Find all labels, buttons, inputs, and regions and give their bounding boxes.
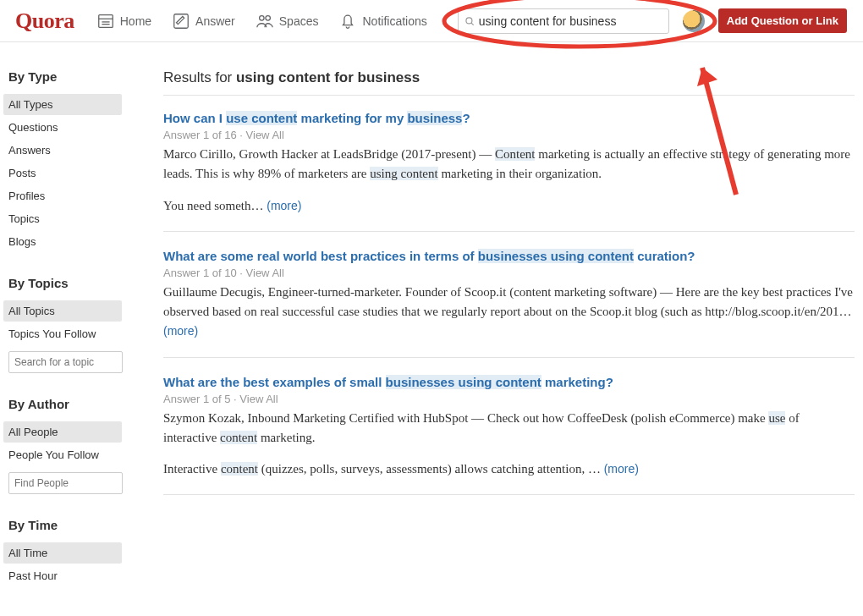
result-body: Marco Cirillo, Growth Hacker at LeadsBri…	[163, 145, 855, 184]
view-all-link[interactable]: View All	[246, 267, 284, 279]
filter-item-all-types[interactable]: All Types	[3, 94, 122, 115]
people-icon	[256, 12, 274, 30]
nav-home[interactable]: Home	[88, 7, 160, 36]
result-meta: Answer 1 of 16 · View All	[163, 129, 855, 141]
add-question-button[interactable]: Add Question or Link	[718, 8, 847, 33]
bell-icon	[338, 12, 357, 30]
nav-spaces-label: Spaces	[279, 14, 319, 28]
people-search-input[interactable]	[8, 472, 123, 494]
filter-by-author: By Author All People People You Follow	[8, 397, 148, 494]
page-body: By Type All Types Questions Answers Post…	[0, 42, 863, 610]
search-result: What are the best examples of small busi…	[163, 373, 855, 496]
filter-item-profiles[interactable]: Profiles	[3, 185, 148, 206]
primary-nav: Home Answer Spaces Notifications	[88, 7, 436, 36]
nav-notifications-label: Notifications	[362, 14, 426, 28]
result-body-continued: You need someth… (more)	[163, 196, 855, 216]
results-query: using content for business	[236, 69, 420, 85]
filter-heading: By Time	[8, 518, 148, 532]
result-title[interactable]: What are the best examples of small busi…	[163, 375, 613, 389]
topic-search-input[interactable]	[8, 351, 123, 373]
filter-item-answers[interactable]: Answers	[3, 140, 148, 161]
logo[interactable]: Quora	[8, 8, 81, 34]
search-box[interactable]	[458, 8, 669, 34]
nav-notifications[interactable]: Notifications	[330, 7, 435, 36]
nav-answer-label: Answer	[195, 14, 235, 28]
header: Quora Home Answer Spaces Notifications A…	[0, 0, 863, 42]
filter-item-all-time[interactable]: All Time	[3, 542, 122, 564]
sidebar: By Type All Types Questions Answers Post…	[8, 69, 148, 610]
home-icon	[96, 12, 115, 30]
search-input[interactable]	[475, 14, 663, 29]
svg-line-8	[471, 23, 474, 25]
result-body: Szymon Kozak, Inbound Marketing Certifie…	[163, 409, 855, 448]
results-panel: Results for using content for business H…	[148, 69, 855, 610]
nav-answer[interactable]: Answer	[163, 7, 244, 36]
result-body-continued: Interactive content (quizzes, polls, sur…	[163, 459, 855, 479]
filter-by-time: By Time All Time Past Hour	[8, 518, 148, 586]
more-link[interactable]: (more)	[163, 324, 198, 338]
divider	[163, 95, 855, 96]
result-meta: Answer 1 of 5 · View All	[163, 393, 855, 405]
filter-item-blogs[interactable]: Blogs	[3, 231, 148, 252]
filter-item-past-hour[interactable]: Past Hour	[3, 565, 148, 586]
filter-by-topics: By Topics All Topics Topics You Follow	[8, 276, 148, 373]
more-link[interactable]: (more)	[267, 199, 301, 212]
filter-item-posts[interactable]: Posts	[3, 162, 148, 184]
filter-item-all-topics[interactable]: All Topics	[3, 300, 122, 322]
search-result: How can I use content marketing for my b…	[163, 109, 855, 232]
result-body: Guillaume Decugis, Engineer-turned-marke…	[163, 283, 855, 342]
filter-by-type: By Type All Types Questions Answers Post…	[8, 69, 148, 252]
results-heading: Results for using content for business	[163, 69, 855, 86]
more-link[interactable]: (more)	[604, 462, 639, 476]
filter-item-all-people[interactable]: All People	[3, 421, 122, 443]
filter-heading: By Type	[8, 69, 148, 84]
svg-point-5	[259, 15, 264, 19]
filter-item-topics[interactable]: Topics	[3, 208, 148, 229]
result-title[interactable]: What are some real world best practices …	[163, 249, 695, 263]
filter-heading: By Topics	[8, 276, 148, 290]
svg-point-7	[466, 17, 472, 23]
filter-heading: By Author	[8, 397, 148, 411]
search-result: What are some real world best practices …	[163, 247, 855, 358]
pencil-icon	[172, 12, 190, 30]
result-meta: Answer 1 of 10 · View All	[163, 267, 855, 279]
result-title[interactable]: How can I use content marketing for my b…	[163, 111, 470, 125]
results-prefix: Results for	[163, 69, 236, 85]
view-all-link[interactable]: View All	[239, 393, 278, 405]
svg-rect-0	[98, 14, 113, 27]
avatar[interactable]	[683, 10, 705, 32]
nav-spaces[interactable]: Spaces	[247, 7, 327, 36]
filter-item-questions[interactable]: Questions	[3, 117, 148, 138]
filter-item-people-follow[interactable]: People You Follow	[3, 444, 148, 465]
filter-item-topics-follow[interactable]: Topics You Follow	[3, 323, 148, 344]
search-icon	[464, 15, 475, 27]
view-all-link[interactable]: View All	[246, 129, 284, 141]
svg-point-6	[266, 15, 271, 19]
results-list: How can I use content marketing for my b…	[163, 109, 855, 495]
nav-home-label: Home	[120, 14, 151, 28]
